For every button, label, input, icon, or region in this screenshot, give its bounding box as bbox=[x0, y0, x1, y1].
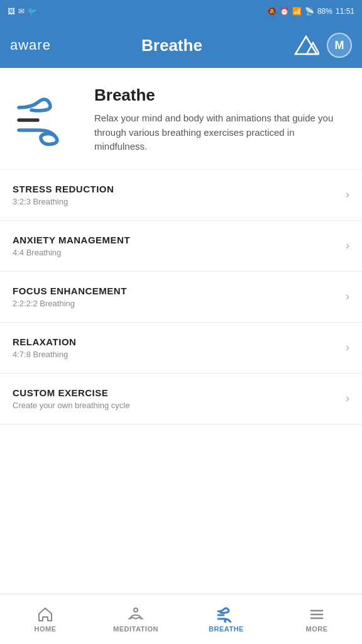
more-icon bbox=[309, 606, 325, 623]
list-item-content: ANXIETY MANAGEMENT 4:4 Breathing bbox=[13, 235, 339, 257]
gallery-icon: 🖼 bbox=[8, 7, 15, 16]
mute-icon: 🔕 bbox=[267, 7, 277, 16]
list-item[interactable]: CUSTOM EXERCISE Create your own breathin… bbox=[0, 374, 362, 425]
time-text: 11:51 bbox=[336, 7, 354, 16]
nav-more[interactable]: MORE bbox=[272, 594, 362, 644]
list-item[interactable]: ANXIETY MANAGEMENT 4:4 Breathing › bbox=[0, 221, 362, 272]
list-item-subtitle: 4:7:8 Breathing bbox=[13, 350, 339, 359]
meditation-nav-label: MEDITATION bbox=[113, 625, 158, 633]
mountain-icon[interactable] bbox=[293, 32, 319, 58]
list-item-subtitle: 2:2:2:2 Breathing bbox=[13, 299, 339, 308]
list-item[interactable]: FOCUS ENHANCEMENT 2:2:2:2 Breathing › bbox=[0, 272, 362, 323]
breathe-nav-label: BREATHE bbox=[209, 625, 244, 633]
more-nav-label: MORE bbox=[306, 625, 328, 633]
list-item-title: FOCUS ENHANCEMENT bbox=[13, 286, 339, 296]
list-item-title: STRESS REDUCTION bbox=[13, 184, 339, 194]
home-nav-label: HOME bbox=[35, 625, 57, 633]
list-item-content: RELAXATION 4:7:8 Breathing bbox=[13, 336, 339, 359]
email-icon: ✉ bbox=[18, 7, 25, 16]
list-item-content: CUSTOM EXERCISE Create your own breathin… bbox=[13, 387, 339, 410]
exercise-list: STRESS REDUCTION 3:2:3 Breathing › ANXIE… bbox=[0, 170, 362, 425]
bottom-navigation: HOME MEDITATION BREATHE MORE bbox=[0, 594, 362, 644]
app-header: aware Breathe M bbox=[0, 23, 362, 68]
list-item-content: FOCUS ENHANCEMENT 2:2:2:2 Breathing bbox=[13, 286, 339, 308]
chevron-right-icon: › bbox=[346, 392, 349, 405]
list-item-title: ANXIETY MANAGEMENT bbox=[13, 235, 339, 245]
hero-title: Breathe bbox=[94, 86, 349, 105]
home-icon bbox=[37, 606, 53, 623]
list-item[interactable]: STRESS REDUCTION 3:2:3 Breathing › bbox=[0, 170, 362, 221]
list-item-title: CUSTOM EXERCISE bbox=[13, 387, 339, 398]
hero-text-block: Breathe Relax your mind and body with an… bbox=[94, 86, 349, 154]
status-right-icons: 🔕 ⏰ 📶 📡 88% 11:51 bbox=[267, 7, 354, 16]
meditation-icon bbox=[128, 606, 144, 623]
list-item-title: RELAXATION bbox=[13, 336, 339, 347]
header-right-controls: M bbox=[293, 32, 352, 58]
list-item-content: STRESS REDUCTION 3:2:3 Breathing bbox=[13, 184, 339, 206]
signal-icon: 📡 bbox=[305, 7, 314, 16]
chevron-right-icon: › bbox=[346, 341, 349, 354]
chevron-right-icon: › bbox=[346, 239, 349, 252]
chevron-right-icon: › bbox=[346, 188, 349, 201]
battery-text: 88% bbox=[317, 7, 332, 16]
nav-meditation[interactable]: MEDITATION bbox=[90, 594, 181, 644]
alarm-icon: ⏰ bbox=[280, 7, 289, 16]
list-item-subtitle: 4:4 Breathing bbox=[13, 248, 339, 257]
avatar[interactable]: M bbox=[327, 33, 352, 58]
wifi-icon: 📶 bbox=[292, 7, 302, 16]
status-bar: 🖼 ✉ 🐦 🔕 ⏰ 📶 📡 88% 11:51 bbox=[0, 0, 362, 23]
chevron-right-icon: › bbox=[346, 290, 349, 303]
app-logo: aware bbox=[10, 37, 51, 53]
breathe-icon bbox=[13, 90, 82, 149]
list-item[interactable]: RELAXATION 4:7:8 Breathing › bbox=[0, 323, 362, 374]
list-item-subtitle: 3:2:3 Breathing bbox=[13, 197, 339, 206]
twitter-icon: 🐦 bbox=[28, 7, 37, 16]
svg-point-2 bbox=[134, 608, 138, 612]
hero-section: Breathe Relax your mind and body with an… bbox=[0, 68, 362, 170]
nav-home[interactable]: HOME bbox=[0, 594, 90, 644]
page-title: Breathe bbox=[141, 36, 202, 55]
list-item-subtitle: Create your own breathing cycle bbox=[13, 401, 339, 410]
nav-breathe[interactable]: BREATHE bbox=[181, 594, 272, 644]
status-left-icons: 🖼 ✉ 🐦 bbox=[8, 7, 37, 16]
breathe-nav-icon bbox=[217, 606, 236, 623]
hero-description: Relax your mind and body with animations… bbox=[94, 111, 349, 154]
